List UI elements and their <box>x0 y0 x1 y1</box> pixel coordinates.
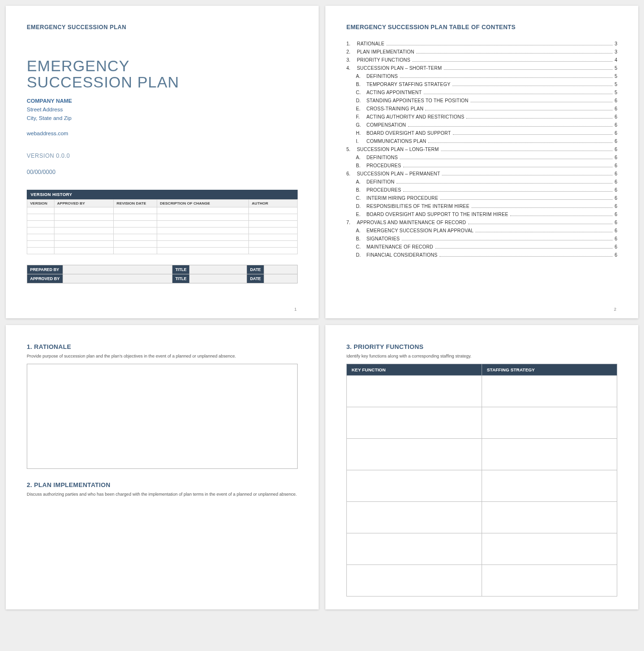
table-row <box>27 207 298 214</box>
toc-label: PRIORITY FUNCTIONS <box>357 57 410 63</box>
toc-leader-dots <box>441 151 613 151</box>
col-key-function: KEY FUNCTION <box>347 364 482 376</box>
toc-leader-dots <box>386 45 613 45</box>
toc-leader-dots <box>400 77 613 78</box>
table-row <box>27 214 298 220</box>
table-row <box>347 407 617 439</box>
toc-label: DEFINITIONS <box>366 74 398 79</box>
table-row <box>347 533 617 565</box>
toc-entry: B.PROCEDURES6 <box>346 163 617 169</box>
document-pages: EMERGENCY SUCCESSION PLAN EMERGENCY SUCC… <box>6 6 638 609</box>
toc-page-number: 6 <box>614 171 617 176</box>
toc-marker: B. <box>356 187 366 193</box>
date-value <box>264 265 298 274</box>
title-block: EMERGENCY SUCCESSION PLAN COMPANY NAME S… <box>27 58 298 175</box>
table-row <box>27 234 298 240</box>
toc-leader-dots <box>425 110 612 110</box>
title-label: TITLE <box>172 274 190 283</box>
toc-label: DEFINITION <box>366 179 395 184</box>
toc-leader-dots <box>442 175 612 175</box>
col-author: AUTHOR <box>249 199 298 207</box>
toc-page-number: 5 <box>614 82 617 87</box>
toc-page-number: 6 <box>614 122 617 128</box>
toc-page-number: 3 <box>614 49 617 54</box>
toc-leader-dots <box>400 159 613 159</box>
page-number: 2 <box>614 307 616 312</box>
toc-entry: C.ACTING APPOINTMENT5 <box>346 90 617 96</box>
toc-label: PLAN IMPLEMENTATION <box>357 49 414 54</box>
toc-entry: 3.PRIORITY FUNCTIONS4 <box>346 57 617 63</box>
toc-page-number: 6 <box>614 220 617 225</box>
prepared-by-row: PREPARED BY TITLE DATE <box>27 265 298 274</box>
toc-leader-dots <box>403 191 613 192</box>
approved-by-row: APPROVED BY TITLE DATE <box>27 274 298 283</box>
toc-entry: G.COMPENSATION6 <box>346 122 617 128</box>
page-number: 1 <box>294 307 297 312</box>
toc-label: FINANCIAL CONSIDERATIONS <box>366 252 438 258</box>
toc-marker: D. <box>356 252 366 258</box>
toc-marker: A. <box>356 155 366 160</box>
street-address: Street Address <box>27 106 298 114</box>
toc-page-number: 6 <box>614 163 617 168</box>
toc-leader-dots <box>412 61 613 62</box>
toc-marker: F. <box>356 114 366 119</box>
toc-label: RATIONALE <box>357 41 385 46</box>
toc-marker: I. <box>356 139 366 144</box>
prepared-by-value <box>63 265 172 274</box>
toc-page-number: 5 <box>614 65 617 71</box>
city-state-zip: City, State and Zip <box>27 114 298 123</box>
toc-marker: H. <box>356 130 366 136</box>
toc-leader-dots <box>440 256 613 257</box>
toc-page-number: 6 <box>614 130 617 136</box>
section-2: 2. PLAN IMPLEMENTATION Discuss authorizi… <box>27 481 298 497</box>
title-value <box>190 265 247 274</box>
toc-marker: C. <box>356 90 366 95</box>
version-history-title: VERSION HISTORY <box>27 190 298 199</box>
toc-entry: A.EMERGENCY SUCCESSION PLAN APPROVAL6 <box>346 228 617 234</box>
toc-entry: 7.APPROVALS AND MAINTENANCE OF RECORD6 <box>346 220 617 226</box>
toc-title: EMERGENCY SUCCESSION PLAN TABLE OF CONTE… <box>346 24 617 31</box>
toc-marker: D. <box>356 98 366 103</box>
page-3: 1. RATIONALE Provide purpose of successi… <box>6 325 319 609</box>
toc-page-number: 6 <box>614 228 617 233</box>
toc-marker: A. <box>356 228 366 233</box>
toc-leader-dots <box>471 102 613 102</box>
toc-page-number: 5 <box>614 74 617 79</box>
toc-entry: 5.SUCCESSION PLAN – LONG-TERM6 <box>346 147 617 152</box>
toc-leader-dots <box>452 86 613 86</box>
toc-label: PROCEDURES <box>366 187 401 193</box>
toc-marker: B. <box>356 82 366 87</box>
table-row <box>347 565 617 597</box>
toc-entry: C.MAINTENANCE OF RECORD6 <box>346 244 617 250</box>
section-2-desc: Discuss authorizing parties and who has … <box>27 491 298 497</box>
toc-leader-dots <box>472 207 613 208</box>
section-1-title: 1. RATIONALE <box>27 343 298 350</box>
table-row <box>347 502 617 533</box>
toc-entry: E.CROSS-TRAINING PLAN6 <box>346 106 617 112</box>
rationale-textbox <box>27 364 298 469</box>
title-line-1: EMERGENCY <box>27 57 129 75</box>
approved-by-value <box>63 274 172 283</box>
toc-marker: C. <box>356 244 366 250</box>
version-history-table: VERSION APPROVED BY REVISION DATE DESCRI… <box>27 199 298 254</box>
toc-label: PROCEDURES <box>366 163 401 168</box>
toc-marker: 6. <box>346 171 357 176</box>
toc-label: MAINTENANCE OF RECORD <box>366 244 433 250</box>
toc-entry: B.TEMPORARY STAFFING STRATEGY5 <box>346 82 617 87</box>
toc-entry: B.SIGNATORIES6 <box>346 236 617 242</box>
section-1-desc: Provide purpose of succession plan and t… <box>27 353 298 359</box>
toc-page-number: 4 <box>614 57 617 63</box>
title-line-2: SUCCESSION PLAN <box>27 74 179 91</box>
toc-entry: I.COMMUNICATIONS PLAN6 <box>346 139 617 144</box>
col-desc: DESCRIPTION OF CHANGE <box>157 199 248 207</box>
toc-entry: 2.PLAN IMPLEMENTATION3 <box>346 49 617 55</box>
toc-page-number: 6 <box>614 195 617 201</box>
approved-by-label: APPROVED BY <box>27 274 63 283</box>
toc-label: STANDING APPOINTEES TO THE POSITION <box>366 98 469 103</box>
toc-label: SUCCESSION PLAN – LONG-TERM <box>357 147 439 152</box>
date-label-cell: DATE <box>247 265 264 274</box>
version-history: VERSION HISTORY VERSION APPROVED BY REVI… <box>27 190 298 283</box>
toc-entry: A.DEFINITIONS5 <box>346 74 617 79</box>
document-title: EMERGENCY SUCCESSION PLAN <box>27 58 298 90</box>
toc-list: 1.RATIONALE32.PLAN IMPLEMENTATION33.PRIO… <box>346 41 617 258</box>
